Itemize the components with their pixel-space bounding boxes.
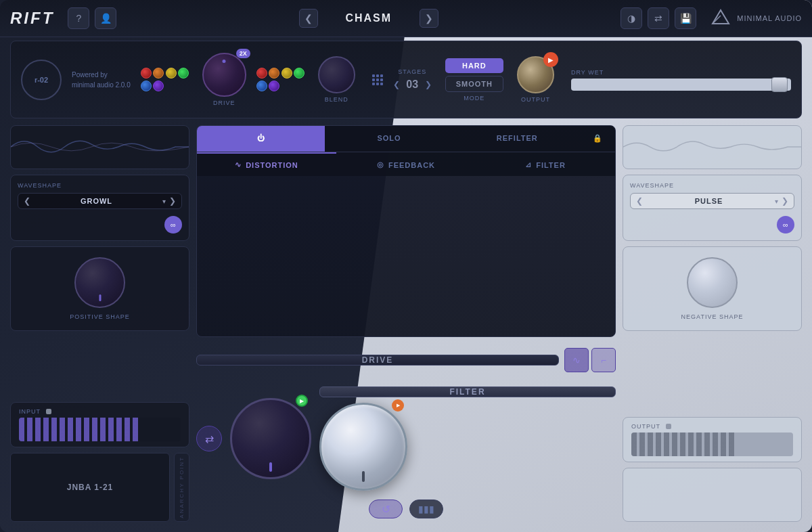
input-waveform — [10, 125, 189, 169]
top-controls: ? 👤 — [68, 7, 116, 29]
mini-knob-12[interactable] — [269, 81, 279, 91]
smooth-mode-button[interactable]: SMOOTH — [445, 76, 503, 92]
mini-knob-9[interactable] — [281, 68, 292, 79]
shuffle-button-center[interactable]: ⇄ — [196, 426, 222, 451]
output-section: ▶ OUTPUT — [517, 56, 554, 103]
input-meter-fill — [19, 418, 140, 441]
bottom-knob-area: ⇄ ▶ FILTER — [196, 383, 616, 494]
wave-icons: ∿ ⌐ — [564, 348, 616, 372]
filter-frequency-knob[interactable] — [319, 403, 407, 491]
bottom-icons-row: ↺ ▮▮▮ — [196, 500, 616, 522]
filter-active-icon: ▶ — [397, 403, 400, 408]
waveshape-next-button[interactable]: ❯ — [169, 196, 176, 206]
main-knob-section: ▶ — [230, 398, 311, 479]
right-bottom-panel — [623, 468, 802, 522]
mini-knob-10[interactable] — [294, 68, 304, 79]
feedback-label: FEEDBACK — [388, 161, 435, 169]
cycle-button[interactable]: ↺ — [369, 500, 403, 518]
link-button-right[interactable]: ∞ — [777, 216, 794, 234]
power-tab[interactable]: ⏻ — [197, 126, 325, 152]
mini-knob-4[interactable] — [178, 68, 189, 79]
mini-knob-11[interactable] — [256, 81, 267, 91]
positive-shape-knob[interactable] — [74, 257, 125, 308]
positive-shape-panel: POSITIVE SHAPE — [10, 246, 189, 331]
distortion-icon: ∿ — [235, 160, 242, 169]
filter-knob-section: ▶ — [319, 403, 407, 491]
distortion-tab[interactable]: ∿ DISTORTION — [197, 152, 336, 176]
mini-knob-6[interactable] — [153, 81, 164, 91]
brand-icon — [710, 6, 731, 31]
refilter-tab[interactable]: REFILTER — [453, 126, 581, 152]
halfmoon-button[interactable]: ◑ — [621, 7, 642, 29]
input-meter-panel: INPUT — [10, 402, 189, 447]
filter-button[interactable]: FILTER — [319, 386, 616, 397]
jnba-section: JNBA 1-21 ANARCHY POINT — [10, 453, 189, 522]
next-preset-button[interactable]: ❯ — [420, 9, 438, 28]
user-button[interactable]: 👤 — [95, 7, 116, 29]
main-drive-knob[interactable] — [230, 398, 311, 479]
plugin-container: RIFT ? 👤 ❮ CHASM ❯ ◑ ⇄ 💾 MINIMAL AUDIO — [0, 0, 812, 532]
anarchy-section: ANARCHY POINT — [174, 453, 189, 522]
waveshape-value-right: PULSE — [646, 197, 771, 205]
waveshape-selector-left: ❮ GROWL ▾ ❯ — [18, 193, 182, 209]
chevron-down-icon-right: ▾ — [775, 198, 778, 205]
drive-label: DRIVE — [213, 99, 235, 106]
slider-thumb — [771, 77, 788, 92]
meter-dot — [46, 409, 51, 414]
output-label: OUTPUT — [521, 96, 550, 103]
prev-preset-button[interactable]: ❮ — [299, 9, 318, 28]
mini-knob-5[interactable] — [141, 81, 152, 91]
mini-knob-3[interactable] — [166, 68, 177, 79]
mini-knobs-group-2 — [256, 68, 304, 91]
mini-knob-8[interactable] — [269, 68, 279, 79]
waveshape-prev-right-button[interactable]: ❮ — [636, 196, 643, 206]
drive-knob[interactable]: 2X — [202, 53, 246, 97]
help-button[interactable]: ? — [68, 7, 89, 29]
bars-button[interactable]: ▮▮▮ — [409, 500, 443, 518]
negative-shape-knob[interactable] — [687, 257, 738, 308]
sine-wave-button[interactable]: ∿ — [564, 348, 589, 372]
top-bar: RIFT ? 👤 ❮ CHASM ❯ ◑ ⇄ 💾 MINIMAL AUDIO — [0, 0, 812, 37]
lock-tab[interactable]: 🔒 — [581, 126, 615, 152]
chevron-down-icon: ▾ — [162, 198, 166, 205]
waveshape-value-left: GROWL — [34, 197, 159, 205]
output-knob[interactable]: ▶ — [517, 56, 554, 93]
filter-label: FILTER — [536, 161, 566, 169]
drive-button[interactable]: DRIVE — [196, 355, 559, 365]
power-icon: ⏻ — [257, 134, 265, 142]
big-knob-indicator — [269, 462, 272, 472]
feedback-icon: ◎ — [377, 160, 384, 169]
output-active-button[interactable]: ▶ — [543, 52, 558, 67]
dry-wet-slider[interactable] — [571, 79, 791, 91]
stages-prev-button[interactable]: ❮ — [393, 80, 400, 89]
output-meter-dot — [666, 424, 671, 429]
mode-label: MODE — [445, 95, 503, 102]
knob-indicator — [223, 60, 226, 63]
blend-knob[interactable] — [318, 56, 355, 93]
feedback-tab[interactable]: ◎ FEEDBACK — [336, 152, 476, 176]
filter-section: FILTER ▶ — [319, 386, 616, 491]
stages-next-button[interactable]: ❯ — [425, 80, 432, 89]
filter-icon: ⊿ — [525, 160, 532, 169]
negative-shape-panel: NEGATIVE SHAPE — [623, 246, 802, 331]
blend-label: BLEND — [325, 96, 348, 103]
powered-by-text: Powered byminimal audio 2.0.0 — [72, 70, 131, 90]
filter-tab[interactable]: ⊿ FILTER — [476, 152, 615, 176]
shuffle-button[interactable]: ⇄ — [648, 7, 669, 29]
right-panel: WAVESHAPE ❮ PULSE ▾ ❯ ∞ NEGATIVE SHAPE — [623, 125, 802, 522]
link-button-left[interactable]: ∞ — [164, 216, 182, 234]
mini-knob-7[interactable] — [256, 68, 267, 79]
mini-knob-1[interactable] — [141, 68, 152, 79]
save-button[interactable]: 💾 — [675, 7, 696, 29]
solo-tab[interactable]: SOLO — [325, 126, 453, 152]
mini-knob-2[interactable] — [153, 68, 164, 79]
top-right-controls: ◑ ⇄ 💾 — [621, 7, 696, 29]
active-indicator: ▶ — [296, 395, 308, 407]
jnba-badge: JNBA 1-21 — [10, 453, 170, 522]
square-wave-button[interactable]: ⌐ — [591, 348, 616, 372]
bottom-tab-bar: ∿ DISTORTION ◎ FEEDBACK ⊿ FILTER — [197, 152, 615, 176]
waveshape-prev-button[interactable]: ❮ — [24, 196, 30, 206]
hard-mode-button[interactable]: HARD — [445, 58, 503, 73]
waveshape-next-right-button[interactable]: ❯ — [782, 196, 788, 206]
grid-icon — [372, 74, 383, 85]
